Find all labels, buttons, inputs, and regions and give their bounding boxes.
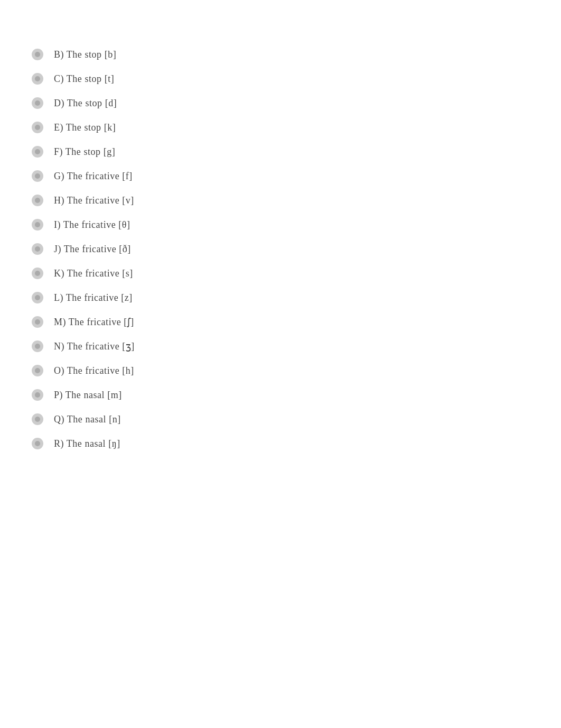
answer-item-k[interactable]: K) The fricative [s] [32,261,529,285]
answer-item-l[interactable]: L) The fricative [z] [32,285,529,310]
radio-k[interactable] [32,268,43,279]
answer-text-e: E) The stop [k] [54,122,116,133]
answer-list: B) The stop [b]C) The stop [t]D) The sto… [32,42,529,456]
radio-c[interactable] [32,73,43,85]
answer-item-f[interactable]: F) The stop [g] [32,140,529,164]
radio-g[interactable] [32,170,43,182]
answer-item-h[interactable]: H) The fricative [v] [32,188,529,213]
radio-r[interactable] [32,438,43,449]
radio-m[interactable] [32,316,43,328]
radio-d[interactable] [32,97,43,109]
radio-n[interactable] [32,340,43,352]
answer-text-o: O) The fricative [h] [54,365,134,376]
radio-j[interactable] [32,243,43,255]
radio-o[interactable] [32,365,43,376]
answer-text-g: G) The fricative [f] [54,171,133,182]
answer-item-p[interactable]: P) The nasal [m] [32,383,529,407]
answer-text-b: B) The stop [b] [54,49,116,60]
answer-text-j: J) The fricative [ð] [54,244,131,255]
radio-p[interactable] [32,389,43,401]
answer-item-c[interactable]: C) The stop [t] [32,67,529,91]
radio-e[interactable] [32,122,43,133]
answer-text-r: R) The nasal [ŋ] [54,438,120,449]
answer-item-r[interactable]: R) The nasal [ŋ] [32,431,529,456]
radio-i[interactable] [32,219,43,231]
radio-b[interactable] [32,49,43,60]
answer-text-m: M) The fricative [ʃ] [54,316,134,328]
answer-text-h: H) The fricative [v] [54,195,134,206]
radio-h[interactable] [32,195,43,206]
answer-item-g[interactable]: G) The fricative [f] [32,164,529,188]
answer-item-b[interactable]: B) The stop [b] [32,42,529,67]
answer-item-n[interactable]: N) The fricative [ʒ] [32,334,529,358]
answer-item-j[interactable]: J) The fricative [ð] [32,237,529,261]
answer-item-e[interactable]: E) The stop [k] [32,115,529,140]
answer-text-n: N) The fricative [ʒ] [54,340,135,352]
answer-text-p: P) The nasal [m] [54,390,122,401]
answer-text-c: C) The stop [t] [54,73,114,85]
radio-q[interactable] [32,413,43,425]
radio-f[interactable] [32,146,43,158]
radio-l[interactable] [32,292,43,303]
answer-item-o[interactable]: O) The fricative [h] [32,358,529,383]
answer-text-d: D) The stop [d] [54,98,117,109]
answer-text-k: K) The fricative [s] [54,268,133,279]
answer-item-i[interactable]: I) The fricative [θ] [32,213,529,237]
answer-text-i: I) The fricative [θ] [54,219,130,231]
answer-text-f: F) The stop [g] [54,146,115,158]
answer-item-d[interactable]: D) The stop [d] [32,91,529,115]
answer-text-l: L) The fricative [z] [54,292,133,303]
answer-item-q[interactable]: Q) The nasal [n] [32,407,529,431]
answer-text-q: Q) The nasal [n] [54,414,121,425]
answer-item-m[interactable]: M) The fricative [ʃ] [32,310,529,334]
